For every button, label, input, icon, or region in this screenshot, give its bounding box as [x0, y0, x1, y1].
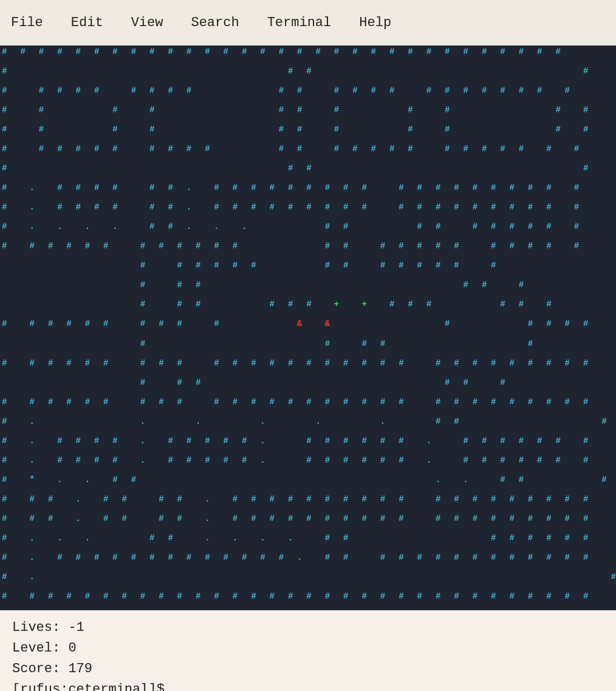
terminal-screen	[0, 46, 616, 610]
level-display: Level: 0	[12, 638, 604, 659]
menu-file[interactable]: File	[6, 12, 48, 33]
score-display: Score: 179	[12, 659, 604, 679]
menu-view[interactable]: View	[126, 12, 168, 33]
prompt-display: [rufus:ceterminal]$	[12, 679, 604, 691]
menu-search[interactable]: Search	[186, 12, 244, 33]
menu-bar: File Edit View Search Terminal Help	[0, 0, 616, 46]
menu-edit[interactable]: Edit	[66, 12, 108, 33]
status-bar: Lives: -1 Level: 0 Score: 179 [rufus:cet…	[0, 610, 616, 691]
lives-display: Lives: -1	[12, 618, 604, 638]
menu-terminal[interactable]: Terminal	[262, 12, 337, 33]
menu-help[interactable]: Help	[354, 12, 396, 33]
